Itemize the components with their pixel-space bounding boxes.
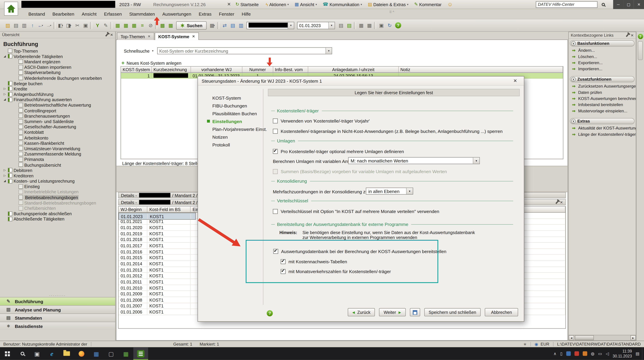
taskbar-search-button[interactable] (15, 347, 30, 360)
group-header-zusatzfunktionen[interactable]: ∨ Zusatzfunktionen (570, 76, 635, 82)
menu-item[interactable]: Stammdaten (126, 10, 158, 18)
monitor-icon[interactable]: ▭ (598, 351, 602, 356)
separator[interactable] (217, 22, 219, 29)
network-icon[interactable]: ◍ (591, 351, 594, 356)
tree-expander-icon[interactable]: ▷ (3, 87, 6, 90)
refresh2-icon[interactable]: ↻ (385, 21, 393, 29)
menu-item[interactable]: Erfassen (100, 10, 126, 18)
tree-item[interactable]: Primanota (3, 157, 114, 162)
copy-icon[interactable]: ▣ (81, 21, 89, 29)
filter-icon[interactable]: Y (93, 21, 101, 29)
dialog-nav-item[interactable]: Protokoll (198, 141, 263, 148)
dialog-close-icon[interactable]: ✕ (510, 78, 520, 84)
print-preview-icon[interactable]: ▥ (20, 21, 28, 29)
doc-icon[interactable]: ▤ (336, 21, 345, 29)
dialog-nav-item[interactable]: Plan-/Vorjahreswerte Einst. (198, 125, 263, 133)
menu-item[interactable]: Ansicht (78, 10, 100, 18)
buchen-grid2-icon[interactable]: ▦ (122, 21, 130, 29)
tree-item[interactable]: ▷ Anlagenbuchführung (3, 92, 114, 97)
help-icon[interactable]: ? (395, 22, 401, 28)
smiley-icon[interactable]: ☺ (448, 1, 453, 7)
doc-import-icon[interactable]: ▥ (236, 21, 245, 29)
abbrechen-button[interactable]: Abbrechen (485, 308, 518, 316)
module-nav-analyse-und-planung[interactable]: ▥ Analyse und Planung (0, 305, 115, 313)
app-blue-icon[interactable]: ▦ (89, 347, 104, 360)
menu-item[interactable]: Bestand (24, 10, 48, 18)
module-nav-buchfuehrung[interactable]: ✎ Buchführung (0, 297, 115, 305)
task-view-button[interactable]: ▣ (30, 347, 44, 360)
panel-splitter[interactable]: ......... (0, 292, 115, 296)
quick-toolbar-item[interactable]: ▦ Ansicht ▾ (292, 0, 320, 8)
menu-item[interactable]: Fenster (215, 10, 238, 18)
dialog-nav-item[interactable]: KOST-System (198, 94, 263, 102)
table-icon[interactable]: ▦ ▾ (208, 21, 216, 29)
suchen-button[interactable]: ∗ Suchen (176, 21, 206, 29)
edge-icon[interactable]: e (44, 347, 59, 360)
context-link[interactable]: ⇒ Löschen... (569, 54, 636, 60)
tree-item[interactable]: Gesellschafter-Auswertung (3, 124, 114, 130)
context-link[interactable]: ⇒ Importieren... (569, 66, 636, 72)
close-button[interactable]: ✕ (634, 0, 644, 9)
tree-expander-icon[interactable]: ◢ (3, 98, 6, 101)
tree-item[interactable]: Einstieg (3, 184, 114, 189)
tree-item[interactable]: Arbeitskonto (3, 135, 114, 140)
tree-item[interactable]: ◢ Vorbereitende Tätigkeiten (3, 54, 114, 59)
context-link[interactable]: ⇒ Ändern... (569, 47, 636, 54)
tree-item[interactable]: Kontoblatt (3, 130, 114, 135)
tab-close-icon[interactable]: ✕ (192, 35, 195, 38)
period-select[interactable]: 01.01.2023 ▾ (297, 22, 335, 29)
tree-item[interactable]: ▷ Kreditoren (3, 173, 114, 178)
column-header-vorhandene-wj[interactable]: vorhandene WJ (191, 67, 242, 72)
close-panel-icon[interactable]: ✕ (110, 33, 113, 37)
close-panel-icon[interactable]: ✕ (560, 200, 563, 204)
context-link[interactable]: ⇒ Länge der Kostenstellen/-träger erh (569, 131, 636, 137)
window-layout-icon[interactable]: ◨ ▾ (65, 21, 73, 29)
calendar-icon[interactable]: ▦ (357, 21, 365, 29)
separator[interactable] (354, 22, 356, 29)
chevron-down-icon[interactable]: ▾ (152, 49, 154, 52)
minimize-button[interactable]: ─ (613, 0, 624, 9)
doc-export-icon[interactable]: ▤ (228, 21, 236, 29)
context-link[interactable]: ⇒ Zurücksetzen Auswertungsergebni (569, 83, 636, 89)
dialog-nav-item[interactable]: FIBU-Buchungen (198, 102, 263, 110)
tree-item[interactable]: Chefübersichten (3, 205, 114, 211)
quick-toolbar-item[interactable]: ↻ Startseite (232, 0, 263, 8)
scrollbar-thumb[interactable] (575, 335, 594, 340)
quick-toolbar-item[interactable]: ϟ Aktionen ▾ (263, 0, 292, 8)
tray-app-orange-icon[interactable] (583, 351, 587, 356)
tree-item[interactable]: ◢ Kosten- und Leistungsrechnung (3, 178, 114, 184)
quick-toolbar-item[interactable]: ✎ Kommentar (411, 0, 446, 8)
cut-icon[interactable]: ✂ (73, 21, 81, 29)
context-link[interactable]: ⇒ Aktualität der KOST-Auswertungen (569, 125, 636, 131)
tree-item[interactable]: Betriebsabrechnungsbogen (3, 195, 114, 200)
dialog-nav-item[interactable]: Plausibilitäten Buchen (198, 110, 263, 117)
column-header-wj-beginn[interactable]: WJ-Beginn (118, 206, 147, 212)
column-header-kurzbezeichnung[interactable]: Kurzbezeichnung (152, 67, 191, 72)
tree-item[interactable]: Betriebswirtschaftliche Auswertung (3, 102, 114, 108)
collapsed-panel-tab[interactable] (638, 41, 643, 60)
help-icon[interactable]: ? (267, 310, 273, 316)
help-center-search-input[interactable] (536, 1, 598, 8)
tree-expander-icon[interactable]: ▷ (3, 174, 6, 177)
app-window-icon[interactable]: ▢ (104, 347, 118, 360)
column-header-info-best[interactable]: Info-Best. vom (273, 67, 308, 72)
tree-item[interactable]: Standard-Betriebsabrechnungsbogen (3, 200, 114, 206)
tray-app-red-icon[interactable] (574, 351, 579, 356)
calendar2-icon[interactable]: ▦ (365, 21, 373, 29)
umlagen-anteile-select[interactable]: M: nach monatlichen Werten ▾ (348, 157, 480, 164)
separator[interactable] (110, 22, 112, 29)
snapshot-icon[interactable]: ▣ (377, 21, 385, 29)
konsolidierung-select[interactable]: in allen Ebenen ▾ (366, 188, 413, 194)
tree-item[interactable]: Innerbetriebliche Leistungen (3, 189, 114, 195)
tree-item[interactable]: Wiederkehrende Buchungen verarbeiten (3, 75, 114, 80)
scroll-right-icon[interactable]: ► (630, 335, 636, 340)
pin-icon[interactable] (106, 33, 108, 36)
quick-toolbar-item[interactable]: ☎ Kommunikation ▾ (320, 0, 365, 8)
pin-icon[interactable] (556, 200, 559, 204)
tree-item[interactable]: Summen- und Saldenliste (3, 119, 114, 124)
module-nav-basisdienste[interactable]: ∗ Basisdienste (0, 322, 115, 330)
tree-item[interactable]: Abschließende Tätigkeiten (3, 216, 114, 222)
close-document-icon[interactable]: ✕ (227, 2, 231, 7)
context-link[interactable]: ⇒ Mustervorlage einspielen... (569, 108, 636, 114)
notifications-icon[interactable]: ▤ (636, 351, 640, 356)
